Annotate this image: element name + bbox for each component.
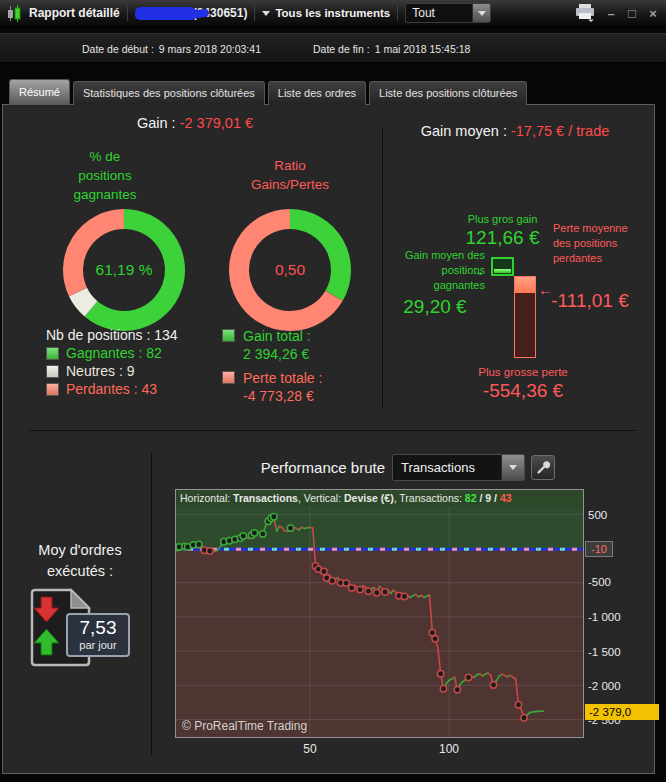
redacted-account-scribble bbox=[135, 7, 197, 20]
chart-watermark: © ProRealTime Trading bbox=[182, 719, 307, 733]
biggest-gain-value: 121,66 € bbox=[445, 227, 560, 249]
average-gain-summary: Gain moyen : -17,75 € / trade bbox=[390, 123, 640, 139]
instruments-dropdown-label: Tous les instruments bbox=[275, 7, 390, 19]
chart-legend-counts-label: Transactions: bbox=[399, 492, 465, 504]
performance-dropdown[interactable]: Transactions bbox=[392, 454, 525, 481]
y-axis-label: -1 000 bbox=[588, 611, 621, 623]
scope-dropdown-value: Tout bbox=[412, 6, 435, 20]
chart-settings-button[interactable] bbox=[531, 455, 555, 480]
y-axis-label: -2 000 bbox=[588, 680, 621, 692]
close-button[interactable]: × bbox=[647, 6, 659, 21]
tab-liste-positions[interactable]: Liste des positions clôturées bbox=[369, 81, 527, 105]
equity-curve-chart bbox=[176, 506, 583, 737]
chevron-down-icon bbox=[478, 11, 486, 16]
window-controls: – □ × bbox=[574, 4, 659, 22]
legend-item-gagnantes: Gagnantes : 82 bbox=[46, 345, 162, 361]
dropdown-arrow-button[interactable] bbox=[472, 4, 490, 22]
legend-label: Neutres : 9 bbox=[66, 363, 134, 379]
perte-totale-label: Perte totale : bbox=[243, 369, 322, 387]
avg-losing-loss-value: -111,01 € bbox=[549, 289, 631, 312]
green-swatch-icon bbox=[222, 329, 235, 342]
chart-legend-horizontal-value: Transactions bbox=[233, 492, 298, 504]
report-window: Rapport détaillé (2430651) Tous les inst… bbox=[0, 0, 666, 782]
performance-dropdown-value: Transactions bbox=[393, 460, 475, 475]
dropdown-arrow-button[interactable] bbox=[501, 455, 524, 480]
gain-label: Gain : bbox=[137, 115, 176, 131]
print-button[interactable] bbox=[574, 4, 596, 22]
printer-icon bbox=[574, 4, 596, 22]
section-divider-horizontal bbox=[30, 430, 636, 431]
chart-legend-horizontal-label: Horizontal: bbox=[180, 492, 233, 504]
x-axis-label: 100 bbox=[439, 742, 459, 756]
current-value-label: -2 379,0 bbox=[585, 704, 659, 720]
avg-orders-value-box: 7,53 par jour bbox=[66, 613, 130, 657]
tab-bar: Résumé Statistiques des positions clôtur… bbox=[9, 80, 527, 105]
winning-percent-value: 61,19 % bbox=[62, 208, 186, 332]
perte-totale-value: -4 773,28 € bbox=[243, 387, 322, 405]
chart-legend-vertical-value: Devise (€) bbox=[344, 492, 394, 504]
x-axis-label: 50 bbox=[303, 742, 316, 756]
red-swatch-icon bbox=[46, 383, 59, 396]
scope-dropdown[interactable]: Tout bbox=[405, 3, 491, 23]
average-gain-label: Gain moyen : bbox=[421, 123, 507, 139]
chevron-down-icon bbox=[262, 11, 270, 16]
winning-percent-donut: 61,19 % bbox=[62, 208, 186, 332]
wrench-icon bbox=[536, 460, 551, 475]
section-divider-vertical bbox=[382, 127, 383, 409]
perte-totale-text: Perte totale : -4 773,28 € bbox=[243, 369, 322, 405]
tab-resume[interactable]: Résumé bbox=[9, 79, 70, 105]
window-title: Rapport détaillé bbox=[29, 6, 120, 20]
legend-item-neutres: Neutres : 9 bbox=[46, 363, 134, 379]
gain-total: Gain total : 2 394,26 € bbox=[222, 327, 311, 363]
end-date-label: Date de fin : bbox=[313, 43, 370, 55]
performance-title: Performance brute bbox=[200, 459, 385, 476]
gain-value: -2 379,01 € bbox=[180, 115, 253, 131]
winning-percent-title: % de positions gagnantes bbox=[65, 147, 145, 204]
end-date: Date de fin :1 mai 2018 15:45:18 bbox=[313, 43, 470, 55]
avg-gain-bar-fill bbox=[494, 269, 511, 273]
instruments-dropdown[interactable]: Tous les instruments bbox=[262, 7, 390, 19]
end-date-value: 1 mai 2018 15:45:18 bbox=[375, 43, 471, 55]
chart-legend-losses: 43 bbox=[500, 492, 512, 504]
white-swatch-icon bbox=[46, 365, 59, 378]
y-axis-label: -500 bbox=[588, 576, 611, 588]
avg-losing-loss-label: Perte moyenne des positions perdantes bbox=[553, 221, 648, 266]
biggest-loss-value: -554,36 € bbox=[448, 380, 598, 402]
avg-loss-bar-fill bbox=[515, 277, 535, 293]
start-date-label: Date de début : bbox=[82, 43, 154, 55]
divider bbox=[254, 5, 255, 21]
positions-count: Nb de positions : 134 bbox=[46, 327, 178, 343]
gain-total-label: Gain total : bbox=[243, 327, 311, 345]
divider bbox=[397, 5, 398, 21]
arrow-right-icon: → bbox=[470, 262, 485, 279]
chart-legend-wins: 82 bbox=[465, 492, 477, 504]
baseline-value-label: -10 bbox=[585, 541, 613, 557]
gain-loss-ratio-donut: 0,50 bbox=[228, 208, 352, 332]
legend-label: Gagnantes : 82 bbox=[66, 345, 162, 361]
tab-statistiques-positions[interactable]: Statistiques des positions clôturées bbox=[73, 81, 265, 105]
chart-legend-vertical-label: Vertical: bbox=[304, 492, 344, 504]
start-date-value: 9 mars 2018 20:03:41 bbox=[159, 43, 261, 55]
perte-totale: Perte totale : -4 773,28 € bbox=[222, 369, 322, 405]
gain-summary: Gain : -2 379,01 € bbox=[30, 115, 360, 131]
tab-liste-ordres[interactable]: Liste des ordres bbox=[268, 81, 366, 105]
avg-orders-value: 7,53 bbox=[68, 617, 128, 639]
avg-winning-gain-value: 29,20 € bbox=[395, 296, 475, 318]
avg-gain-bar bbox=[491, 257, 514, 276]
y-axis-label: -1 500 bbox=[588, 646, 621, 658]
gain-loss-ratio-value: 0,50 bbox=[228, 208, 352, 332]
candlestick-chart-icon bbox=[7, 5, 22, 22]
biggest-loss-label: Plus grosse perte bbox=[448, 366, 598, 378]
gain-loss-ratio-title: Ratio Gains/Pertes bbox=[235, 156, 345, 194]
account-area: (2430651) bbox=[135, 6, 248, 20]
date-range-bar: Date de début :9 mars 2018 20:03:41 Date… bbox=[0, 33, 666, 63]
maximize-button[interactable]: □ bbox=[626, 6, 638, 21]
minimize-button[interactable]: – bbox=[605, 6, 617, 21]
legend-label: Perdantes : 43 bbox=[66, 381, 157, 397]
red-swatch-icon bbox=[222, 371, 235, 384]
avg-orders-label: Moy d'ordres exécutés : bbox=[12, 540, 148, 582]
avg-orders-label-line2: exécutés : bbox=[12, 561, 148, 582]
gain-total-text: Gain total : 2 394,26 € bbox=[243, 327, 311, 363]
title-bar: Rapport détaillé (2430651) Tous les inst… bbox=[0, 0, 666, 27]
chevron-down-icon bbox=[509, 465, 517, 470]
